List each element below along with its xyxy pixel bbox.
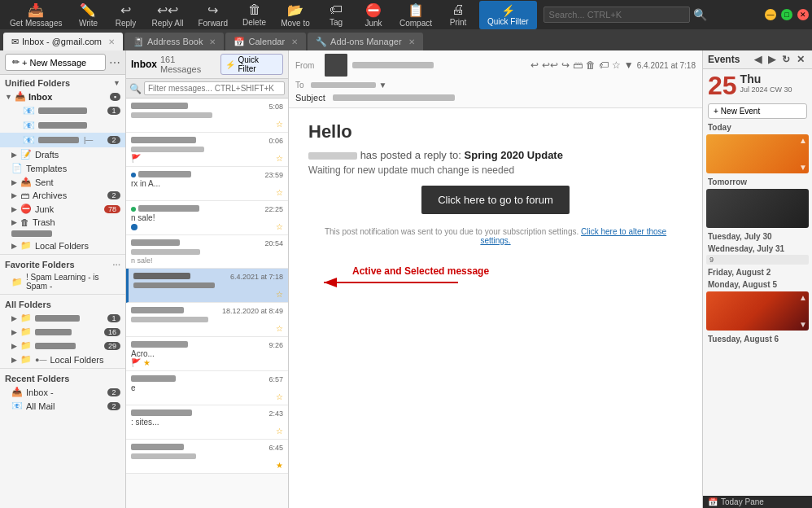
compact-icon: 📋: [408, 2, 424, 18]
list-item[interactable]: 5:08 ☆: [126, 99, 288, 133]
sidebar-item-all-3[interactable]: ▶ 📁 29: [0, 339, 125, 353]
minimize-button[interactable]: —: [765, 9, 776, 20]
reply-icon-header[interactable]: ↩: [530, 59, 539, 71]
star-icon: ☆: [276, 120, 283, 129]
write-icon: ✏️: [80, 2, 96, 18]
aug5-card-scroll-down[interactable]: ▼: [799, 320, 807, 329]
events-refresh-button[interactable]: ↻: [779, 54, 792, 65]
today-event-card[interactable]: ▲ ▼: [706, 134, 809, 173]
more-icon-header[interactable]: ▼: [624, 59, 634, 71]
tab-calendar[interactable]: 📅 Calendar ✕: [225, 33, 306, 50]
list-item[interactable]: 6:45 ★: [126, 440, 288, 474]
sidebar-item-all-local[interactable]: ▶ 📁 ●— Local Folders: [0, 353, 125, 366]
get-messages-button[interactable]: 📥 Get Messages: [3, 1, 68, 29]
list-item[interactable]: 20:54 n sale!: [126, 235, 288, 269]
sidebar-item-inbox-parent[interactable]: ▼ 📥 Inbox ▪: [0, 90, 125, 103]
search-input[interactable]: [544, 7, 690, 23]
tab-address-close[interactable]: ✕: [209, 37, 216, 46]
tab-inbox-close[interactable]: ✕: [108, 37, 115, 46]
inbox-sub1-badge: 1: [107, 107, 120, 115]
sidebar-item-inbox-sub3[interactable]: 📧 |— 2: [0, 133, 125, 147]
write-button[interactable]: ✏️ Write: [70, 1, 106, 29]
sidebar-item-drafts[interactable]: ▶ 📝 Drafts: [0, 147, 125, 161]
forward-icon-header[interactable]: ↪: [561, 59, 570, 71]
delete-button[interactable]: 🗑 Delete: [236, 1, 273, 28]
events-prev-button[interactable]: ◀: [752, 54, 764, 65]
tab-addons-close[interactable]: ✕: [408, 37, 415, 46]
sidebar-item-inbox-sub1[interactable]: 📧 1: [0, 103, 125, 118]
sub4-label: [11, 230, 52, 237]
events-header: Events ◀ ▶ ↻ ✕: [703, 50, 812, 69]
sidebar-item-templates[interactable]: 📄 Templates: [0, 161, 125, 175]
sidebar-item-sub4[interactable]: [0, 229, 125, 239]
card-scroll-down[interactable]: ▼: [799, 163, 807, 172]
junk-button[interactable]: ⛔ Junk: [356, 1, 391, 29]
quick-filter-button[interactable]: ⚡ Quick Filter: [479, 1, 537, 29]
sidebar-menu-button[interactable]: ⋯: [109, 56, 120, 69]
sidebar-item-all-1[interactable]: ▶ 📁 1: [0, 311, 125, 325]
list-item-active[interactable]: 6.4.2021 at 7:18 ☆: [126, 269, 288, 303]
tomorrow-event-card[interactable]: [706, 189, 809, 228]
new-message-button[interactable]: ✏ + New Message: [5, 54, 106, 71]
sidebar-item-spam[interactable]: 📁 ! Spam Learning - is Spam -: [0, 271, 125, 292]
tab-inbox[interactable]: ✉ Inbox - @gmail.com ✕: [3, 33, 123, 50]
events-next-button[interactable]: ▶: [766, 54, 778, 65]
sidebar-item-local-folders-1[interactable]: ▶ 📁 Local Folders: [0, 239, 125, 252]
star-icon-header[interactable]: ☆: [612, 59, 621, 71]
compact-button[interactable]: 📋 Compact: [393, 1, 439, 29]
today-pane-bar[interactable]: 📅 Today Pane: [703, 496, 812, 508]
archive-icon-header[interactable]: 🗃: [573, 59, 583, 71]
sidebar-item-recent-inbox[interactable]: 📥 Inbox - 2: [0, 385, 125, 399]
main-toolbar: 📥 Get Messages ✏️ Write ↩ Reply ↩↩ Reply…: [0, 0, 812, 29]
aug5-event-card[interactable]: ▲ ▼: [706, 291, 809, 331]
tab-calendar-close[interactable]: ✕: [291, 37, 298, 46]
delete-icon: 🗑: [248, 2, 261, 17]
recent-inbox-badge: 2: [107, 388, 120, 396]
list-item[interactable]: 23:59 rx in A... ☆: [126, 167, 288, 201]
replyall-icon-header[interactable]: ↩↩: [542, 59, 558, 71]
list-item[interactable]: 18.12.2020 at 8:49 ☆: [126, 303, 288, 337]
unified-folders-chevron[interactable]: ▼: [113, 79, 120, 87]
forward-button[interactable]: ↪ Forward: [191, 1, 234, 29]
reply-all-button[interactable]: ↩↩ Reply All: [145, 1, 190, 29]
tab-address-book[interactable]: 📓 Address Book ✕: [124, 33, 224, 50]
get-messages-icon: 📥: [28, 2, 44, 18]
tab-addons[interactable]: 🔧 Add-ons Manager ✕: [308, 33, 422, 50]
card-scroll-up[interactable]: ▲: [799, 136, 807, 145]
reply-all-icon: ↩↩: [157, 2, 178, 18]
favorite-folders-options[interactable]: ⋯: [112, 261, 120, 269]
list-item[interactable]: 6:57 e ☆: [126, 371, 288, 405]
search-icon[interactable]: 🔍: [693, 8, 707, 21]
print-button[interactable]: 🖨 Print: [440, 1, 476, 28]
reading-body: Hello has posted a reply to: Spring 2020…: [289, 108, 702, 508]
quick-filter-badge[interactable]: ⚡ Quick Filter: [220, 54, 283, 75]
templates-icon: 📄: [11, 163, 23, 173]
sidebar-item-sent[interactable]: ▶ 📤 Sent: [0, 175, 125, 189]
sidebar-item-recent-allmail[interactable]: 📧 All Mail 2: [0, 399, 125, 413]
aug5-card-scroll-up[interactable]: ▲: [799, 293, 807, 302]
close-button[interactable]: ✕: [797, 9, 809, 20]
sidebar-item-inbox-sub2[interactable]: 📧: [0, 118, 125, 133]
events-close-button[interactable]: ✕: [794, 54, 807, 65]
sidebar-item-trash[interactable]: ▶ 🗑 Trash: [0, 216, 125, 229]
list-item[interactable]: 22:25 n sale! ☆: [126, 201, 288, 235]
events-month-cw: Jul 2024 CW 30: [740, 85, 792, 94]
tag-button[interactable]: 🏷 Tag: [318, 1, 354, 28]
tab-addons-icon: 🔧: [316, 37, 327, 47]
list-item[interactable]: 2:43 : sites... ☆: [126, 405, 288, 440]
to-expand-icon[interactable]: ▼: [379, 81, 387, 90]
sidebar-item-archives[interactable]: ▶ 🗃 Archives 2: [0, 189, 125, 202]
message-search-input[interactable]: [144, 81, 285, 95]
move-to-button[interactable]: 📂 Move to: [274, 1, 317, 29]
sidebar-item-all-2[interactable]: ▶ 📁 16: [0, 325, 125, 339]
tag-icon-header[interactable]: 🏷: [599, 59, 609, 71]
list-item[interactable]: 9:26 Acro... 🚩 ★: [126, 337, 288, 371]
reply-button[interactable]: ↩ Reply: [107, 1, 143, 29]
delete-icon-header[interactable]: 🗑: [586, 59, 596, 71]
list-item[interactable]: 0:06 🚩 ☆: [126, 133, 288, 167]
new-event-button[interactable]: + New Event: [708, 103, 807, 119]
sidebar-item-junk[interactable]: ▶ ⛔ Junk 78: [0, 202, 125, 216]
goto-forum-button[interactable]: Click here to go to forum: [421, 186, 570, 214]
maximize-button[interactable]: □: [781, 9, 792, 20]
message-list-header: Inbox 161 Messages ⚡ Quick Filter: [126, 50, 288, 79]
